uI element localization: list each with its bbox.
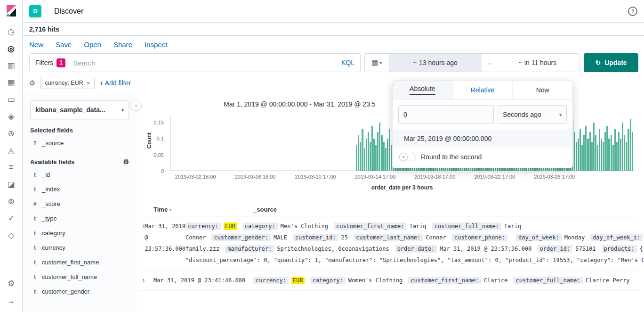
histogram-bar[interactable]	[604, 132, 606, 171]
histogram-bar[interactable]	[587, 139, 588, 171]
histogram-bar[interactable]	[593, 123, 595, 171]
histogram-bar[interactable]	[379, 123, 380, 171]
histogram-bar[interactable]	[383, 142, 385, 171]
field-item-customer_first_name[interactable]: tcustomer_first_name	[30, 255, 129, 270]
histogram-bar[interactable]	[612, 145, 614, 171]
space-badge[interactable]: D	[29, 5, 41, 17]
histogram-bar[interactable]	[614, 129, 616, 171]
collapse-sidebar-icon[interactable]: ‹	[130, 99, 142, 111]
expand-document-icon[interactable]: ›	[140, 275, 153, 286]
histogram-bar[interactable]	[618, 132, 620, 171]
kql-switch[interactable]: KQL	[341, 59, 354, 66]
field-item-category[interactable]: tcategory	[30, 226, 129, 240]
management-icon[interactable]: ⚙	[5, 278, 17, 288]
uptime-icon[interactable]: ✓	[5, 213, 17, 223]
histogram-bar[interactable]	[578, 139, 579, 171]
histogram-bar[interactable]	[371, 126, 373, 171]
maps-icon[interactable]: ◈	[5, 111, 17, 122]
logs-icon[interactable]: ≡	[5, 162, 17, 172]
histogram-bar[interactable]	[364, 148, 365, 171]
histogram-bar[interactable]	[589, 132, 591, 171]
update-button[interactable]: ↻ Update	[584, 53, 638, 72]
time-unit-select[interactable]: Seconds ago ▾	[498, 105, 567, 124]
add-filter-link[interactable]: + Add filter	[99, 79, 131, 87]
field-item-_source[interactable]: ?_source	[30, 136, 129, 150]
graph-icon[interactable]: ◬	[5, 145, 17, 156]
histogram-bar[interactable]	[370, 142, 371, 171]
histogram-bar[interactable]	[611, 135, 612, 171]
start-date-button[interactable]: ~ 13 hours ago	[389, 54, 482, 72]
histogram-bar[interactable]	[620, 139, 621, 171]
histogram-bar[interactable]	[356, 145, 357, 171]
field-item-customer_gender[interactable]: tcustomer_gender	[30, 284, 129, 299]
histogram-bar[interactable]	[385, 148, 386, 171]
histogram-bar[interactable]	[576, 142, 577, 171]
filter-options-button[interactable]: ⚙	[29, 79, 35, 87]
histogram-bar[interactable]	[601, 139, 602, 171]
histogram-bar[interactable]	[597, 145, 598, 171]
histogram-bar[interactable]	[381, 135, 382, 171]
histogram-bar[interactable]	[606, 126, 608, 171]
index-pattern-select[interactable]: kibana_sample_data... ▾	[30, 100, 129, 119]
histogram-bar[interactable]	[595, 135, 596, 171]
histogram-bar[interactable]	[583, 135, 585, 171]
visualize-icon[interactable]: ▥	[5, 60, 17, 71]
collapse-icon[interactable]: →	[5, 296, 17, 306]
menu-item-new[interactable]: New	[29, 41, 43, 49]
time-column-header[interactable]: Time ▾	[153, 206, 253, 213]
histogram-bar[interactable]	[375, 145, 377, 171]
close-icon[interactable]: ×	[87, 80, 90, 87]
help-icon[interactable]: ?	[628, 7, 637, 16]
tab-relative[interactable]: Relative	[453, 81, 513, 99]
field-item-customer_full_name[interactable]: tcustomer_full_name	[30, 270, 129, 284]
histogram-bar[interactable]	[387, 139, 388, 171]
discover-icon[interactable]: ◎	[5, 43, 17, 54]
menu-item-save[interactable]: Save	[56, 41, 72, 49]
field-item-_index[interactable]: t_index	[30, 182, 129, 197]
field-settings-icon[interactable]: ⚙	[123, 158, 129, 165]
field-item-currency[interactable]: tcurrency	[30, 240, 129, 255]
menu-item-inspect[interactable]: Inspect	[145, 41, 167, 49]
histogram-bar[interactable]	[574, 132, 575, 171]
histogram-bar[interactable]	[628, 129, 629, 171]
search-input[interactable]	[72, 58, 338, 67]
histogram-bar[interactable]	[373, 139, 375, 171]
expand-document-icon[interactable]: ›	[140, 221, 145, 266]
canvas-icon[interactable]: ▭	[5, 94, 17, 105]
field-item-_id[interactable]: t_id	[30, 167, 129, 182]
histogram-bar[interactable]	[581, 145, 583, 171]
histogram-bar[interactable]	[366, 139, 367, 171]
histogram-bar[interactable]	[624, 135, 625, 171]
histogram-bar[interactable]	[358, 135, 359, 171]
filter-pill-currency-eur[interactable]: currency: EUR ×	[40, 77, 95, 89]
dashboard-icon[interactable]: ▦	[5, 77, 17, 88]
metrics-icon[interactable]: ◪	[5, 179, 17, 189]
histogram-bar[interactable]	[630, 119, 631, 171]
histogram-bar[interactable]	[389, 129, 390, 171]
quick-select-button[interactable]: ▦ ▾	[365, 54, 389, 72]
apm-icon[interactable]: ⊚	[5, 196, 17, 206]
kibana-logo[interactable]	[5, 5, 17, 17]
time-amount-input[interactable]	[398, 105, 494, 124]
histogram-bar[interactable]	[580, 129, 581, 171]
machine-learning-icon[interactable]: ⊛	[5, 128, 17, 139]
field-item-_score[interactable]: #_score	[30, 197, 129, 211]
histogram-bar[interactable]	[608, 139, 610, 171]
field-item-_type[interactable]: t_type	[30, 211, 129, 226]
end-date-button[interactable]: ~ in 11 hours	[496, 54, 580, 72]
histogram-bar[interactable]	[377, 132, 378, 171]
histogram-bar[interactable]	[362, 129, 363, 171]
recent-icon[interactable]: ◷	[5, 26, 17, 37]
histogram-bar[interactable]	[585, 126, 587, 171]
filters-button[interactable]: Filters 1	[35, 58, 65, 67]
histogram-bar[interactable]	[603, 142, 604, 171]
histogram-bar[interactable]	[368, 132, 369, 171]
histogram-bar[interactable]	[360, 142, 361, 171]
histogram-bar[interactable]	[626, 142, 627, 171]
tab-absolute[interactable]: Absolute	[393, 81, 453, 99]
tab-now[interactable]: Now	[513, 81, 572, 99]
histogram-bar[interactable]	[591, 142, 593, 171]
histogram-bar[interactable]	[599, 129, 600, 171]
histogram-bar[interactable]	[616, 142, 618, 171]
histogram-bar[interactable]	[622, 123, 623, 171]
